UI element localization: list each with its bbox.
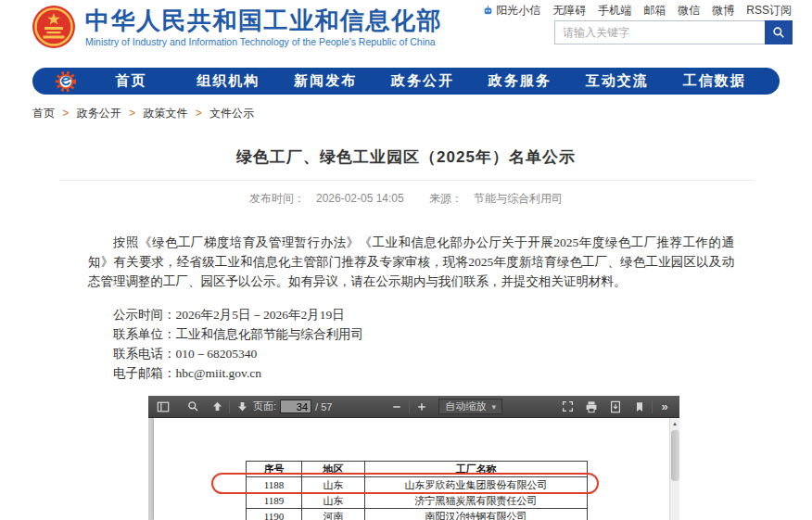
site-brand: 中华人民共和国工业和信息化部 Ministry of Industry and … — [32, 5, 442, 49]
breadcrumb-gov-disclosure[interactable]: 政务公开 — [77, 107, 121, 120]
nav-item-home[interactable]: 首页 — [82, 72, 180, 90]
table-row: 1190 河南 南阳汉冶特钢有限公司 — [247, 509, 588, 520]
cell-region: 山东 — [302, 493, 365, 509]
nav-item-gov-disclosure[interactable]: 政务公开 — [374, 72, 472, 90]
breadcrumb-separator: > — [129, 107, 135, 120]
article-contact-info: 公示时间：2026年2月5日－2026年2月19日 联系单位：工业和信息化部节能… — [88, 305, 734, 383]
publish-time-label: 发布时间： — [249, 192, 305, 205]
zoom-in-icon — [416, 401, 427, 412]
national-emblem-icon — [32, 5, 76, 49]
zoom-mode-value: 自动缩放 — [445, 400, 486, 413]
main-nav: 首页 组织机构 新闻发布 政务公开 政务服务 互动交流 工信数据 — [32, 68, 780, 95]
bookmark-icon — [634, 401, 645, 412]
zoom-out-button[interactable] — [387, 398, 406, 416]
breadcrumb-separator: > — [196, 107, 202, 120]
pdf-viewer: 页面: / 57 自动缩放 ▾ — [148, 396, 679, 520]
nav-item-interaction[interactable]: 互动交流 — [568, 72, 666, 90]
print-button[interactable] — [582, 398, 601, 416]
page-number-input[interactable] — [280, 400, 311, 413]
pdf-page: 序号 地区 工厂名称 1188 山东 山东罗欣药业集团股份有限公司 1189 山… — [154, 418, 669, 520]
red-highlight-annotation — [211, 473, 599, 494]
page-up-button[interactable] — [208, 398, 226, 416]
breadcrumb-separator: > — [62, 107, 69, 120]
utility-item-mobile[interactable]: 手机端 — [598, 3, 631, 19]
more-tools-button[interactable]: » — [655, 398, 674, 416]
miit-webpage: 中华人民共和国工业和信息化部 Ministry of Industry and … — [0, 0, 812, 520]
page-total: / 57 — [315, 401, 332, 412]
page-up-icon — [211, 400, 223, 412]
site-title-cn: 中华人民共和国工业和信息化部 — [85, 6, 442, 34]
page-down-button[interactable] — [233, 398, 251, 416]
breadcrumb-policy-docs[interactable]: 政策文件 — [143, 107, 187, 120]
source-label: 来源： — [429, 192, 463, 205]
search-input[interactable] — [555, 21, 765, 44]
search-icon — [772, 26, 785, 39]
breadcrumb: 首页 > 政务公开 > 政策文件 > 文件公示 — [32, 106, 254, 121]
zoom-out-icon — [391, 401, 402, 412]
publish-time-value: 2026-02-05 14:05 — [316, 192, 404, 205]
pdf-search-button[interactable] — [184, 398, 202, 416]
scrollbar-up-arrow-icon[interactable]: ▲ — [670, 418, 679, 429]
info-contact-email: 电子邮箱：hbc@miit.gov.cn — [88, 363, 734, 383]
miit-gear-logo-icon — [55, 70, 77, 93]
nav-item-organization[interactable]: 组织机构 — [180, 72, 277, 90]
scrollbar-thumb[interactable] — [671, 430, 679, 481]
nav-item-gov-services[interactable]: 政务服务 — [471, 72, 568, 90]
page-down-icon — [236, 400, 248, 412]
article-title: 绿色工厂、绿色工业园区（2025年）名单公示 — [0, 146, 812, 168]
info-publicity-period: 公示时间：2026年2月5日－2026年2月19日 — [88, 305, 734, 324]
pdf-scrollbar[interactable]: ▲ — [669, 418, 679, 520]
utility-item-mail[interactable]: 邮箱 — [643, 3, 666, 19]
search-button[interactable] — [765, 20, 793, 44]
breadcrumb-home[interactable]: 首页 — [32, 107, 55, 120]
presentation-mode-button[interactable] — [558, 398, 577, 416]
download-button[interactable] — [606, 398, 625, 416]
site-title-group: 中华人民共和国工业和信息化部 Ministry of Industry and … — [85, 6, 442, 47]
utility-item-sunshine[interactable]: 阳光小信 — [483, 3, 540, 19]
cell-serial: 1189 — [247, 493, 302, 509]
sunshine-mascot-icon — [483, 6, 493, 16]
breadcrumb-doc-publicity[interactable]: 文件公示 — [209, 107, 254, 120]
utility-item-weibo[interactable]: 微博 — [712, 3, 734, 19]
sidebar-toggle-button[interactable] — [154, 398, 172, 416]
utility-item-rss[interactable]: RSS订阅 — [746, 3, 792, 19]
nav-item-data[interactable]: 工信数据 — [666, 72, 763, 90]
site-search — [554, 20, 793, 44]
table-row: 1189 山东 济宁黑猫炭黑有限责任公司 — [247, 493, 588, 509]
article-paragraph: 按照《绿色工厂梯度培育及管理暂行办法》《工业和信息化部办公厅关于开展2025年度… — [88, 233, 734, 291]
cell-factory-name: 南阳汉冶特钢有限公司 — [365, 509, 588, 520]
utility-item-wechat[interactable]: 微信 — [678, 3, 700, 19]
pdf-page-area: 序号 地区 工厂名称 1188 山东 山东罗欣药业集团股份有限公司 1189 山… — [148, 418, 679, 520]
print-icon — [585, 400, 598, 413]
source-value: 节能与综合利用司 — [474, 192, 563, 205]
info-contact-phone: 联系电话：010－68205340 — [88, 344, 734, 363]
page-number-label: 页面: — [253, 400, 276, 413]
utility-bar: 阳光小信 无障碍 手机端 邮箱 微信 微博 RSS订阅 — [483, 3, 792, 19]
pdf-toolbar: 页面: / 57 自动缩放 ▾ — [148, 396, 679, 418]
sidebar-toggle-icon — [157, 400, 170, 413]
zoom-mode-select[interactable]: 自动缩放 ▾ — [438, 399, 502, 414]
dropdown-caret-icon: ▾ — [491, 402, 496, 412]
nav-item-news[interactable]: 新闻发布 — [277, 72, 374, 90]
article-meta: 发布时间：2026-02-05 14:05 来源：节能与综合利用司 — [0, 191, 812, 207]
bookmark-button[interactable] — [630, 398, 649, 416]
info-contact-unit: 联系单位：工业和信息化部节能与综合利用司 — [88, 324, 734, 344]
cell-region: 河南 — [302, 509, 365, 520]
cell-serial: 1190 — [247, 509, 302, 520]
presentation-mode-icon — [562, 400, 574, 412]
cell-factory-name: 济宁黑猫炭黑有限责任公司 — [365, 493, 588, 509]
utility-item-accessibility[interactable]: 无障碍 — [552, 3, 586, 19]
pdf-search-icon — [187, 400, 199, 412]
title-divider — [59, 180, 755, 181]
zoom-in-button[interactable] — [412, 398, 431, 416]
site-title-en: Ministry of Industry and Information Tec… — [85, 36, 442, 47]
download-icon — [609, 400, 622, 413]
